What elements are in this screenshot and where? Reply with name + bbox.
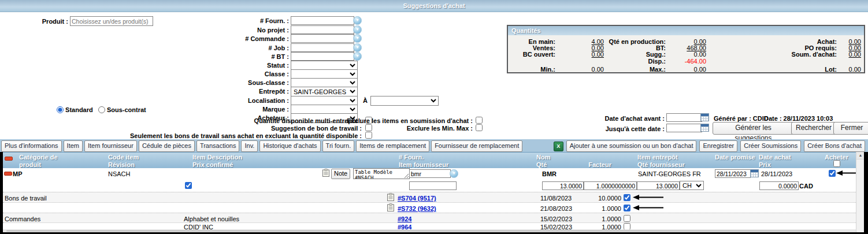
item-code: NSACH [108, 170, 131, 177]
item-row-marker-icon [4, 172, 12, 176]
generer-suggestions-button[interactable]: Générer les suggestions [713, 122, 794, 135]
genere-par-text: Généré par : CDID [714, 115, 769, 122]
item-facteur-input[interactable] [584, 181, 637, 190]
bt-link[interactable]: #S732 (9632) [398, 205, 436, 212]
col-date-achat-header[interactable]: Date achatPrix [759, 154, 791, 169]
tab-fournisseur-remplacement[interactable]: Fournisseur de remplacement [431, 140, 522, 152]
tab-inv[interactable]: Inv. [241, 140, 258, 152]
acheter-all-checkbox[interactable] [833, 160, 840, 167]
col-description-header[interactable]: Item DescriptionPrix confirmé [192, 154, 242, 169]
commande-label: # Commande : [245, 35, 289, 42]
tab-tri-fourn[interactable]: Tri fourn. [322, 140, 355, 152]
item-prix-input[interactable] [759, 181, 799, 190]
quantites-panel-title: Quantités [508, 26, 864, 35]
bt-input[interactable] [291, 52, 354, 61]
entrepot-select[interactable]: SAINT-GEORGES FR [291, 87, 358, 96]
bt-link[interactable]: #S704 (9517) [398, 195, 436, 202]
bt-note-icon[interactable] [387, 203, 394, 211]
prix-confirme-checkbox[interactable] [185, 182, 192, 189]
tab-item[interactable]: Item [64, 140, 83, 152]
cmd-date: 15/02/2023 [540, 216, 572, 222]
ajouter-soumission-button[interactable]: Ajouter à une soumission ou un bon d'ach… [566, 140, 697, 152]
commande-input[interactable] [291, 34, 354, 43]
window-title: Suggestions d'achat [403, 2, 465, 9]
seulement-bt-checkbox[interactable] [365, 132, 372, 139]
tab-plus-informations[interactable]: Plus d'informations [1, 140, 62, 152]
tab-transactions[interactable]: Transactions [196, 140, 240, 152]
rechercher-button[interactable]: Rechercher [791, 122, 836, 135]
date-achat-avant-input[interactable] [666, 113, 702, 122]
suggestion-bt-checkbox[interactable] [365, 124, 372, 131]
job-input[interactable] [291, 43, 354, 52]
date-achat-avant-calendar-icon[interactable] [700, 113, 709, 121]
unite-select[interactable]: CH [680, 181, 704, 190]
cmd-qte: 1.0000 [578, 216, 621, 222]
item-date-achat: 28/11/2023 [761, 170, 792, 177]
soum-achat-value[interactable]: 0.00 [837, 51, 861, 58]
bt-note-icon[interactable] [387, 193, 394, 201]
jusqua-date-input[interactable] [666, 124, 702, 132]
item-qte-fournisseur-input[interactable] [637, 181, 680, 190]
item-description-textarea[interactable]: Table Modèle #NSACH [353, 168, 410, 179]
col-fournisseur-header[interactable]: # Fourn.Item fournisseur [399, 154, 448, 169]
date-promise-input[interactable] [715, 169, 751, 178]
job-picker-icon[interactable] [353, 43, 362, 52]
window-title-bar: Suggestions d'achat [0, 0, 868, 12]
item-entrepot: SAINT-GEORGES FR [638, 170, 701, 177]
cmd-row-1-background [3, 213, 856, 223]
tab-historique-achats[interactable]: Historique d'achats [259, 140, 320, 152]
bt-annotation-arrow [632, 194, 663, 200]
standard-radio[interactable] [57, 106, 64, 113]
item-fournisseur-secondary-input[interactable] [409, 181, 457, 190]
job-label: # Job : [269, 44, 289, 51]
fourn-input[interactable] [291, 16, 354, 25]
creer-soumissions-button[interactable]: Créer Soumissions [740, 140, 801, 152]
jusqua-date-calendar-icon[interactable] [700, 124, 709, 132]
bt-acheter-checkbox[interactable] [624, 205, 630, 211]
enregistrer-button[interactable]: Enregistrer [699, 140, 737, 152]
tab-cedule-pieces[interactable]: Cédule de pièces [139, 140, 195, 152]
cmd-acheter-checkbox[interactable] [624, 215, 630, 222]
tab-items-remplacement[interactable]: Items de remplacement [356, 140, 429, 152]
projet-picker-icon[interactable] [353, 25, 362, 34]
exclure-soumission-label: Exclure les items en soumission d'achat … [347, 117, 473, 124]
sous-contrat-radio[interactable] [98, 106, 105, 113]
bt-acheter-checkbox[interactable] [624, 194, 630, 201]
bt-picker-icon[interactable] [353, 52, 362, 61]
item-acheter-checkbox[interactable] [829, 170, 836, 177]
quantites-column-2: Qté en production:0.00 BT:468.00 Sugg.:0… [591, 39, 706, 73]
cmd-link[interactable]: #924 [398, 216, 411, 222]
grid-frame-right [864, 152, 868, 234]
exclure-soumission-checkbox[interactable] [476, 117, 483, 124]
col-item-entrepot-header[interactable]: Item entrepôtQté fournisseur [637, 154, 685, 169]
projet-input[interactable] [291, 25, 354, 34]
commande-picker-icon[interactable] [353, 34, 362, 43]
fourn-label: # Fourn. : [260, 17, 289, 24]
col-nom-qte-header[interactable]: NomQté [536, 154, 550, 169]
tab-item-fournisseur[interactable]: Item fournisseur [84, 140, 137, 152]
classe-label: Classe : [265, 70, 289, 77]
date-promise-calendar-icon[interactable] [750, 169, 759, 177]
excel-export-icon[interactable]: X [554, 142, 563, 151]
sous-classe-label: Sous-classe : [248, 79, 289, 86]
horizontal-scrollbar-thumb[interactable] [6, 230, 820, 232]
creer-bons-achat-button[interactable]: Créer Bons d'achat [804, 140, 865, 152]
col-categorie-header[interactable]: Catégorie deproduit [19, 154, 58, 169]
statut-label: Statut : [267, 62, 289, 69]
col-code-item-header[interactable]: Code itemRévision [108, 154, 139, 169]
fourn-picker-icon[interactable] [353, 16, 362, 25]
min-label: Min.: [509, 66, 555, 73]
item-qte-input[interactable] [542, 181, 584, 190]
fournisseur-picker-icon[interactable] [450, 169, 458, 178]
item-note-icon[interactable] [322, 169, 329, 177]
produit-input[interactable] [70, 16, 153, 26]
col-date-promise-header[interactable]: Date promise [715, 154, 755, 161]
fermer-button[interactable]: Fermer [833, 122, 868, 135]
item-fournisseur-input[interactable] [409, 169, 451, 178]
note-button[interactable]: Note [331, 169, 350, 179]
vertical-scrollbar[interactable] [856, 152, 865, 232]
bt-label: # BT : [271, 53, 289, 60]
tab-bar: Plus d'informations Item Item fournisseu… [1, 140, 522, 152]
localisation-to-select[interactable] [370, 96, 439, 106]
exclure-min-max-checkbox[interactable] [476, 124, 483, 131]
